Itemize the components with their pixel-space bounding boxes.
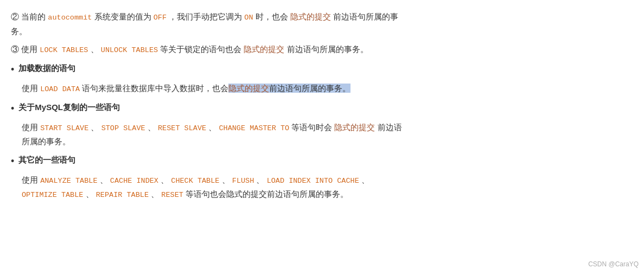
code-load-data: LOAD DATA bbox=[40, 85, 80, 93]
sep-o2: 、 bbox=[161, 175, 169, 184]
sep-r1: 、 bbox=[91, 123, 99, 132]
link-implicit-commit-3[interactable]: 隐式的提交 bbox=[228, 84, 269, 93]
code-cache-index: CACHE INDEX bbox=[110, 177, 158, 185]
text-off-intro: 系统变量的值为 bbox=[94, 12, 151, 21]
code-optimize-table: OPTIMIZE TABLE bbox=[22, 191, 83, 199]
number-2: ② 当前的 bbox=[11, 12, 46, 21]
text-other-end: 等语句也会隐式的提交前边语句所属的事务。 bbox=[186, 189, 348, 199]
number-3: ③ 使用 bbox=[11, 44, 37, 54]
text-preceding: 前边语句所属的事 bbox=[333, 12, 398, 21]
bullet-title-other: 其它的一些语句 bbox=[18, 153, 75, 167]
bullet-content-load-data: 使用 LOAD DATA 语句来批量往数据库中导入数据时，也会隐式的提交前边语句… bbox=[11, 81, 633, 96]
bullet-mysql-replication: • 关于MySQL复制的一些语句 bbox=[11, 100, 633, 117]
text-use-load: 使用 bbox=[22, 84, 38, 93]
text-load-desc: 语句来批量往数据库中导入数据时，也会 bbox=[82, 84, 228, 93]
text-use-start: 使用 bbox=[22, 123, 38, 132]
text-load-end: 前边语句所属的事务。 bbox=[269, 84, 350, 93]
sep-o6: 、 bbox=[86, 189, 94, 199]
bullet-title-load-data: 加载数据的语句 bbox=[18, 61, 75, 75]
section-lock-tables: ③ 使用 LOCK TABLES 、 UNLOCK TABLES 等关于锁定的语… bbox=[11, 42, 633, 57]
code-autocommit: autocommit bbox=[48, 14, 92, 22]
text-sep1: 、 bbox=[91, 44, 99, 54]
code-check-table: CHECK TABLE bbox=[171, 177, 219, 185]
bullet-dot-1: • bbox=[11, 61, 14, 78]
bullet-dot-2: • bbox=[11, 100, 14, 117]
text-repl-desc: 等语句时会 bbox=[291, 123, 332, 132]
code-change-master: CHANGE MASTER TO bbox=[219, 124, 289, 132]
sep-o4: 、 bbox=[256, 175, 264, 184]
bullet-title-replication: 关于MySQL复制的一些语句 bbox=[18, 100, 120, 114]
code-analyze-table: ANALYZE TABLE bbox=[40, 177, 97, 185]
watermark: CSDN @CaraYQ bbox=[588, 259, 639, 270]
code-off: OFF bbox=[154, 14, 167, 22]
bullet-load-data: • 加载数据的语句 bbox=[11, 61, 633, 78]
bullet-dot-3: • bbox=[11, 153, 14, 170]
sep-o7: 、 bbox=[151, 189, 159, 199]
sep-r3: 、 bbox=[208, 123, 216, 132]
bullet-other: • 其它的一些语句 bbox=[11, 153, 633, 170]
code-unlock-tables: UNLOCK TABLES bbox=[101, 46, 158, 54]
link-implicit-commit-4[interactable]: 隐式的提交 bbox=[334, 123, 375, 132]
code-load-index-into-cache: LOAD INDEX INTO CACHE bbox=[267, 177, 359, 185]
text-manual: ，我们手动把它调为 bbox=[169, 12, 242, 21]
code-reset-slave: RESET SLAVE bbox=[158, 124, 206, 132]
link-implicit-commit-2[interactable]: 隐式的提交 bbox=[244, 44, 284, 54]
section-autocommit: ② 当前的 autocommit 系统变量的值为 OFF ，我们手动把它调为 O… bbox=[11, 10, 633, 38]
text-repl-end2: 所属的事务。 bbox=[22, 137, 71, 146]
code-reset: RESET bbox=[161, 191, 183, 199]
text-lock-desc: 等关于锁定的语句也会 bbox=[160, 44, 241, 54]
bullet-content-replication: 使用 START SLAVE 、 STOP SLAVE 、 RESET SLAV… bbox=[11, 120, 633, 149]
text-repl-end1: 前边语 bbox=[378, 123, 402, 132]
sep-o5: 、 bbox=[361, 175, 369, 184]
text-lock-end: 前边语句所属的事务。 bbox=[287, 44, 368, 54]
code-repair-table: REPAIR TABLE bbox=[96, 191, 149, 199]
code-start-slave: START SLAVE bbox=[40, 124, 88, 132]
code-flush: FLUSH bbox=[232, 177, 254, 185]
text-use-analyze: 使用 bbox=[22, 175, 38, 184]
sep-o1: 、 bbox=[100, 175, 108, 184]
bullet-content-other: 使用 ANALYZE TABLE 、 CACHE INDEX 、 CHECK T… bbox=[11, 173, 633, 202]
link-implicit-commit-1[interactable]: 隐式的提交 bbox=[290, 12, 331, 21]
sep-r2: 、 bbox=[148, 123, 156, 132]
code-lock-tables: LOCK TABLES bbox=[40, 46, 88, 54]
text-also: 时，也会 bbox=[256, 12, 288, 21]
code-stop-slave: STOP SLAVE bbox=[101, 124, 145, 132]
text-wu: 务。 bbox=[11, 27, 27, 36]
sep-o3: 、 bbox=[222, 175, 230, 184]
code-on: ON bbox=[244, 14, 253, 22]
content-wrapper: ② 当前的 autocommit 系统变量的值为 OFF ，我们手动把它调为 O… bbox=[11, 10, 633, 202]
